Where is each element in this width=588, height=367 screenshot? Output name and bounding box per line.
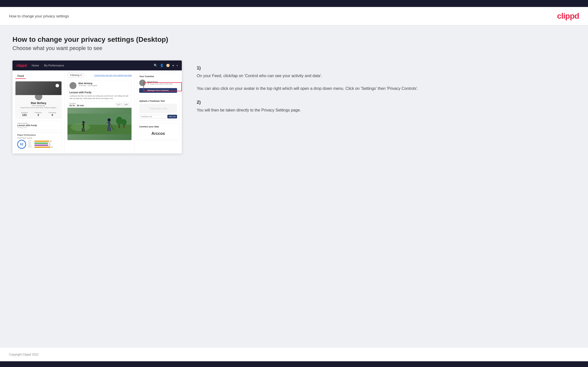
instruction-2-text: You will then be taken directly to the P… (197, 107, 576, 113)
app-body: Feed Blair McHarg Plus Handicap Royal No… (12, 70, 182, 154)
connect-section: Connect your data Arccos (137, 123, 179, 140)
latest-label: Latest Activity (17, 122, 60, 124)
duration-value: 01 hr : 30 min (69, 104, 84, 107)
quality-circle: 92 (17, 140, 26, 149)
post-title: Lesson with Fordy (67, 91, 131, 95)
coach-name: David Ford (147, 81, 177, 83)
post-meta: Blair McHarg Yesterday · Sunningdale (78, 82, 130, 86)
svg-rect-12 (109, 127, 111, 131)
left-panel: Feed Blair McHarg Plus Handicap Royal No… (12, 70, 65, 154)
content-layout: clippd Home My Performance 🔍 👤 🧭 ● ▾ Fee… (12, 60, 576, 154)
svg-rect-7 (83, 128, 84, 132)
stat-followers: Followers 3 (35, 112, 42, 116)
instruction-1: 1) On your Feed, click/tap on 'Control w… (197, 65, 576, 92)
clippd-logo: clippd (557, 11, 579, 21)
latest-name: Lesson with Fordy (17, 124, 60, 127)
post-card: Blair McHarg Yesterday · Sunningdale Les… (67, 80, 132, 140)
tag-app: APP (123, 103, 130, 106)
bar-app: APP 85 (28, 142, 60, 144)
location-icon: 📍 (147, 83, 149, 85)
svg-rect-11 (108, 127, 109, 131)
middle-panel: Following ▾ Control who can see your act… (65, 70, 134, 154)
search-icon[interactable]: 🔍 (154, 64, 157, 67)
profile-handicap: Plus Handicap (18, 105, 59, 107)
coach-info: David Ford 📍 Royal North Devon Golf Club (147, 81, 177, 85)
footer: Copyright Clippd 2022 (0, 348, 588, 361)
trackman-input[interactable] (139, 115, 166, 118)
control-link[interactable]: Control who can see your activity and da… (94, 74, 132, 76)
coaches-title: Your Coaches (139, 75, 177, 78)
instruction-2-number: 2) (197, 100, 576, 105)
latest-activity: Latest Activity Lesson with Fordy 03 Aug… (15, 121, 62, 130)
instruction-2: 2) You will then be taken directly to th… (197, 100, 576, 113)
page-heading: How to change your privacy settings (Des… (12, 36, 576, 44)
perf-title: Player Performance (17, 134, 60, 136)
tag-ott: OTT (116, 103, 122, 106)
arccos-logo: Arccos (139, 129, 177, 138)
profile-card: Blair McHarg Plus Handicap Royal North D… (15, 95, 62, 119)
svg-rect-5 (82, 124, 85, 125)
user-icon[interactable]: 👤 (160, 64, 164, 67)
instruction-1-text: On your Feed, click/tap on 'Control who … (197, 73, 576, 92)
app-nav-right: 🔍 👤 🧭 ● ▾ (154, 64, 178, 67)
svg-point-8 (108, 118, 111, 121)
latest-date: 03 Aug 2022 (17, 127, 60, 128)
compass-icon[interactable]: 🧭 (166, 64, 170, 67)
svg-rect-4 (83, 123, 84, 128)
trackman-input-row: Add Link (139, 115, 177, 118)
profile-name: Blair McHarg (18, 102, 59, 105)
svg-rect-10 (107, 122, 110, 123)
coach-avatar (139, 80, 146, 86)
trackman-section: Upload a Trackman Test Trackman Link Add… (137, 98, 179, 121)
svg-rect-6 (82, 128, 83, 132)
coach-club: 📍 Royal North Devon Golf Club (147, 83, 177, 85)
svg-point-2 (71, 123, 90, 131)
connect-title: Connect your data (139, 125, 177, 128)
nav-performance[interactable]: My Performance (44, 64, 64, 67)
instruction-1-number: 1) (197, 65, 576, 71)
avatar-icon[interactable]: ● (172, 64, 174, 67)
player-performance: Player Performance Total Player Quality … (15, 132, 62, 151)
instructions-panel: 1) On your Feed, click/tap on 'Control w… (192, 60, 576, 121)
post-author-meta: Yesterday · Sunningdale (78, 85, 130, 86)
profile-stats: Activities 131 Followers 3 Following 4 (18, 110, 59, 116)
app-nav: clippd Home My Performance 🔍 👤 🧭 ● ▾ (12, 60, 182, 70)
stat-activities: Activities 131 (21, 112, 28, 116)
main-content: How to change your privacy settings (Des… (0, 26, 588, 348)
profile-club: Royal North Devon Golf Club, United King… (18, 107, 59, 108)
bar-putt: PUTT 96 (28, 146, 60, 148)
post-author-name: Blair McHarg (78, 82, 130, 85)
following-row: Following ▾ Control who can see your act… (67, 73, 132, 77)
coaches-section: Your Coaches David Ford 📍 Royal North De… (137, 73, 179, 95)
perf-body: 92 OTT 90 APP 85 (17, 140, 60, 149)
trackman-title: Upload a Trackman Test (139, 100, 177, 102)
following-button[interactable]: Following ▾ (67, 73, 84, 77)
stat-following: Following 4 (49, 112, 56, 116)
right-panel: Your Coaches David Ford 📍 Royal North De… (134, 70, 182, 154)
app-screenshot: clippd Home My Performance 🔍 👤 🧭 ● ▾ Fee… (12, 60, 182, 154)
bar-ott: OTT 90 (28, 140, 60, 142)
add-link-button[interactable]: Add Link (167, 115, 177, 118)
bottom-bar (0, 361, 588, 367)
post-desc: Looking to feel like my hands are exitin… (67, 95, 131, 101)
perf-quality: Total Player Quality (17, 137, 60, 139)
header: How to change your privacy settings clip… (0, 7, 588, 26)
page-subheading: Choose what you want people to see (12, 45, 576, 52)
post-tags: OTT APP (116, 103, 130, 106)
app-nav-logo: clippd (16, 63, 27, 67)
header-title: How to change your privacy settings (9, 14, 69, 18)
feed-tab[interactable]: Feed (15, 73, 26, 79)
post-avatar (69, 82, 76, 89)
trackman-placeholder: Trackman Link (139, 104, 177, 113)
manage-coaches-button[interactable]: Manage Your Coaches (139, 88, 177, 93)
bar-arg: ARG 86 (28, 144, 60, 146)
chevron-down-icon[interactable]: ▾ (177, 64, 178, 67)
svg-point-17 (122, 119, 127, 125)
copyright: Copyright Clippd 2022 (9, 353, 39, 356)
nav-home[interactable]: Home (32, 64, 39, 67)
coach-row: David Ford 📍 Royal North Devon Golf Club (139, 80, 177, 86)
post-header: Blair McHarg Yesterday · Sunningdale (67, 80, 131, 91)
svg-point-3 (82, 121, 85, 123)
post-duration: Duration 01 hr : 30 min OTT APP (67, 101, 131, 108)
profile-banner (15, 81, 62, 95)
